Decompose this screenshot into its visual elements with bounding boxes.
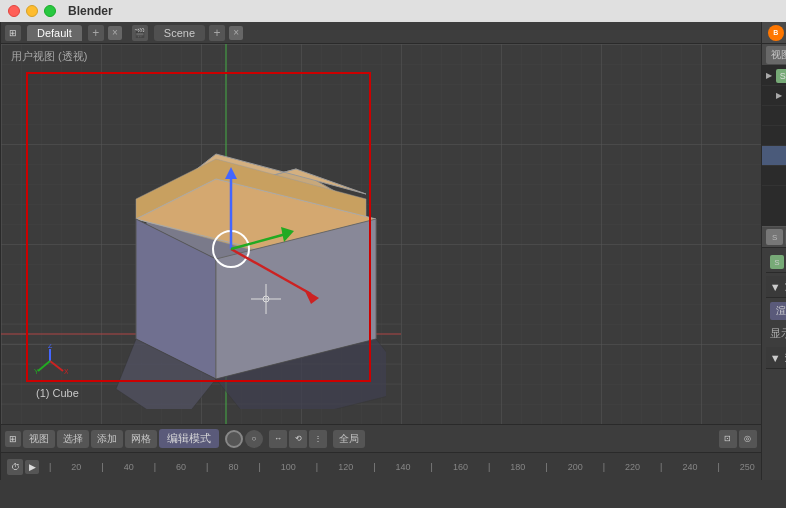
viewport-area: 用户视图 (透视) (1, 44, 761, 424)
workspace-bar: ⊞ Default + × 🎬 Scene + × (1, 22, 761, 44)
outliner-renderlayer-row[interactable]: ▶ R 渲染层 👁 📷 (762, 86, 786, 106)
cube-label: (1) Cube (36, 387, 79, 399)
timeline-number-2: 60 (176, 462, 186, 472)
timeline-number-11: 240 (682, 462, 697, 472)
outliner-arrow-scene: ▶ (766, 71, 776, 80)
titlebar: Blender (0, 0, 786, 22)
timeline-marker-4: | (258, 462, 260, 472)
resolution-section-header[interactable]: ▼ 规格尺寸 (766, 347, 786, 369)
render-tabs: 渲染 动画 音频 (766, 300, 786, 322)
outliner-camera-row[interactable]: C Camera 👁 📷 (762, 126, 786, 146)
blender-logo: B (768, 25, 784, 41)
scene-label-row: S Scene (766, 252, 786, 273)
properties-header: S R O M P F C D T (762, 226, 786, 248)
transform-icon-1[interactable]: ↔ (269, 430, 287, 448)
timeline-marker-6: | (373, 462, 375, 472)
render-section-header[interactable]: ▼ 渲染 :: (766, 276, 786, 298)
timeline-number-7: 160 (453, 462, 468, 472)
maximize-button[interactable] (44, 5, 56, 17)
timeline-numbers: | 20 | 40 | 60 | 80 | 100 | 120 | 140 | … (49, 462, 755, 472)
bottom-add-button[interactable]: 添加 (91, 430, 123, 448)
timeline-marker-2: | (154, 462, 156, 472)
timeline-number-8: 180 (510, 462, 525, 472)
timeline-marker-0: | (49, 462, 51, 472)
timeline-number-10: 220 (625, 462, 640, 472)
svg-line-34 (38, 361, 50, 371)
svg-text:Z: Z (48, 344, 53, 349)
properties-content: S Scene ▼ 渲染 :: 渲染 动画 音频 显示: 图像编辑器 ▾ (762, 248, 786, 480)
outliner-world-row[interactable]: W World 👁 📷 (762, 106, 786, 126)
blender-app-header: B Blender 渲染 v2.76 (762, 22, 786, 44)
viewport-label: 用户视图 (透视) (11, 49, 87, 64)
timeline-controls: ⏱ ▶ (7, 459, 39, 475)
outliner-lamp-row[interactable]: 💡 Lamp 👁 📷 (762, 166, 786, 186)
timeline-marker-7: | (431, 462, 433, 472)
bottom-viewport-icon[interactable]: ⊞ (5, 431, 21, 447)
global-button[interactable]: 全局 (333, 430, 365, 448)
timeline-icon[interactable]: ⏱ (7, 459, 23, 475)
scene-prop-icon: S (770, 255, 784, 269)
outliner-arrow-renderlayer: ▶ (776, 91, 786, 100)
display-label: 显示: (770, 326, 786, 341)
outliner-scene-row[interactable]: ▶ S Scene 👁 📷 (762, 66, 786, 86)
resolution-triangle-icon: ▼ (770, 352, 781, 364)
axis-gizmo-svg: Z X Y (33, 344, 68, 379)
timeline-number-1: 40 (124, 462, 134, 472)
close-scene-button[interactable]: × (229, 26, 243, 40)
timeline-marker-3: | (206, 462, 208, 472)
snap-icon[interactable]: ⋮ (309, 430, 327, 448)
bottom-view-button[interactable]: 视图 (23, 430, 55, 448)
outliner-header: 视图 搜索 所有场景 (762, 44, 786, 66)
transform-icon-2[interactable]: ⟲ (289, 430, 307, 448)
timeline-marker-5: | (316, 462, 318, 472)
add-scene-button[interactable]: + (209, 25, 225, 41)
timeline-marker-11: | (660, 462, 662, 472)
bottom-right-buttons: ⊡ ◎ (719, 430, 757, 448)
viewport-shading-buttons: ○ (225, 430, 263, 448)
solid-shading-button[interactable] (225, 430, 243, 448)
timeline-marker-9: | (545, 462, 547, 472)
timeline-marker-8: | (488, 462, 490, 472)
svg-text:X: X (64, 368, 68, 375)
svg-line-32 (50, 361, 63, 371)
timeline-number-3: 80 (228, 462, 238, 472)
workspace-icon[interactable]: ⊞ (5, 25, 21, 41)
outliner-cube-row[interactable]: □ Cube 👁 📷 (762, 146, 786, 166)
timeline-number-6: 140 (396, 462, 411, 472)
close-workspace-button[interactable]: × (108, 26, 122, 40)
render-triangle-icon: ▼ (770, 281, 781, 293)
transform-orientation-buttons: ↔ ⟲ ⋮ (269, 430, 327, 448)
bottom-select-button[interactable]: 选择 (57, 430, 89, 448)
timeline-number-4: 100 (281, 462, 296, 472)
timeline-marker-12: | (717, 462, 719, 472)
center-area: ⊞ Default + × 🎬 Scene + × (1, 22, 761, 480)
outliner-content: ▶ S Scene 👁 📷 ▶ R 渲染层 👁 📷 W World 👁 📷 (762, 66, 786, 226)
timeline-strip: ⏱ ▶ | 20 | 40 | 60 | 80 | 100 | 120 | 14… (1, 452, 761, 480)
close-button[interactable] (8, 5, 20, 17)
bottom-bar: ⊞ 视图 选择 添加 网格 编辑模式 ○ ↔ ⟲ ⋮ 全局 ⊡ ◎ (1, 424, 761, 452)
timeline-number-12: 250 (740, 462, 755, 472)
svg-text:Y: Y (34, 368, 39, 375)
add-workspace-button[interactable]: + (88, 25, 104, 41)
play-button[interactable]: ▶ (25, 460, 39, 474)
right-panel: B Blender 渲染 v2.76 视图 搜索 所有场景 ▶ S Scene … (761, 22, 786, 480)
bottom-mesh-button[interactable]: 网格 (125, 430, 157, 448)
scene-icon-outliner: S (776, 69, 786, 83)
overlay-icon[interactable]: ⊡ (719, 430, 737, 448)
timeline-number-5: 120 (338, 462, 353, 472)
render-tab-render[interactable]: 渲染 (770, 302, 786, 320)
scene-tab[interactable]: Scene (154, 25, 205, 41)
outliner-view-tab[interactable]: 视图 (766, 46, 786, 64)
display-row: 显示: 图像编辑器 ▾ (766, 322, 786, 344)
edit-mode-button[interactable]: 编辑模式 (159, 429, 219, 448)
scene-icon[interactable]: 🎬 (132, 25, 148, 41)
minimize-button[interactable] (26, 5, 38, 17)
proportional-edit-icon[interactable]: ◎ (739, 430, 757, 448)
timeline-number-0: 20 (71, 462, 81, 472)
timeline-marker-10: | (603, 462, 605, 472)
wireframe-button[interactable]: ○ (245, 430, 263, 448)
3d-viewport[interactable]: 用户视图 (透视) (1, 44, 761, 424)
default-tab[interactable]: Default (27, 25, 82, 41)
prop-scene-btn[interactable]: S (766, 229, 784, 245)
timeline-marker-1: | (101, 462, 103, 472)
